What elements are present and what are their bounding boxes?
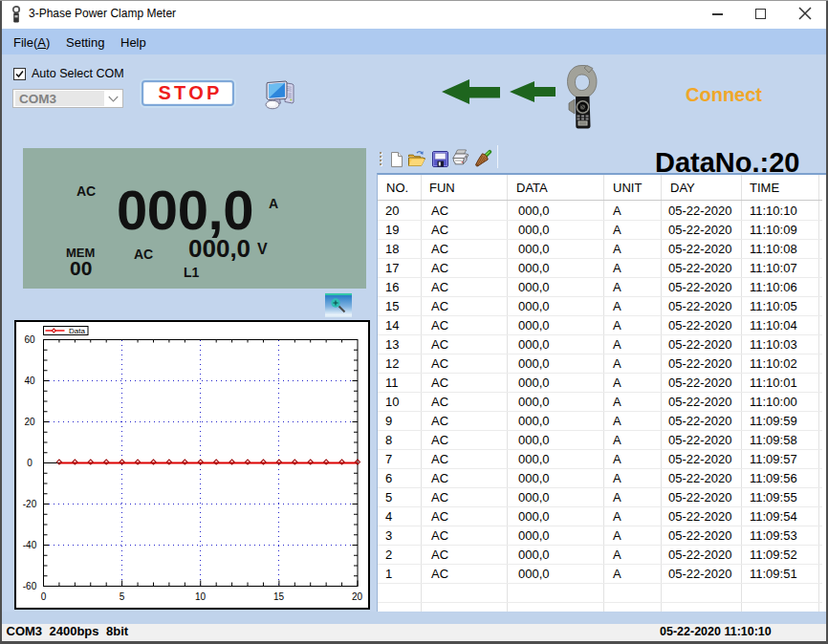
svg-text:Data: Data xyxy=(69,327,85,335)
svg-text:-20: -20 xyxy=(23,499,37,509)
svg-text:40: 40 xyxy=(24,376,35,386)
svg-text:-60: -60 xyxy=(23,581,37,591)
svg-text:20: 20 xyxy=(352,591,363,602)
svg-text:60: 60 xyxy=(24,334,35,345)
svg-text:5: 5 xyxy=(120,591,125,602)
svg-text:0: 0 xyxy=(27,458,33,468)
svg-text:0: 0 xyxy=(41,591,47,602)
svg-text:20: 20 xyxy=(24,417,35,427)
svg-text:15: 15 xyxy=(273,591,285,602)
svg-text:-40: -40 xyxy=(23,540,37,550)
svg-text:10: 10 xyxy=(195,591,207,602)
